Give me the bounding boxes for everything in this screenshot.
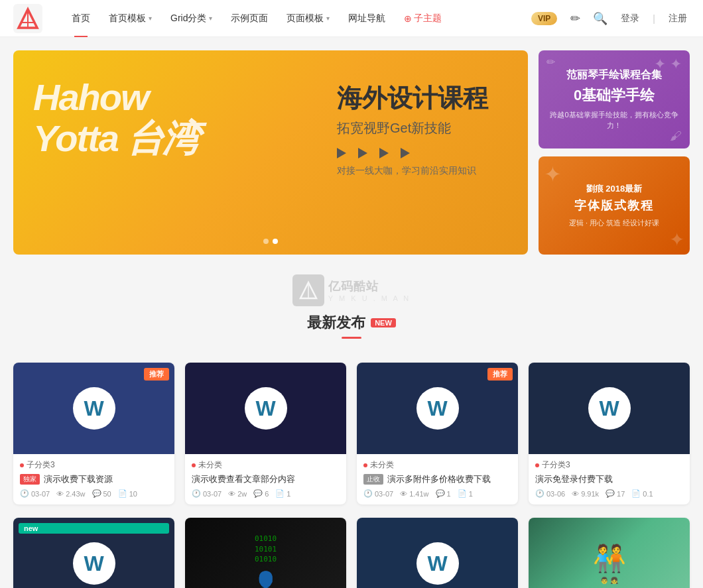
card-1-type-badge: 独家 <box>20 474 40 485</box>
banner-content: 海外设计课程 拓宽视野Get新技能 对接一线大咖，学习前沿实用知识 <box>337 84 488 177</box>
watermark-area: 亿码酷站 Y M K U . M A N <box>13 268 690 313</box>
nav-home[interactable]: 首页 <box>62 0 99 37</box>
section-title: 最新发布 <box>307 313 365 333</box>
card-1-meta: 🕐 03-07 👁 2.43w 💬 50 📄 10 <box>20 489 168 498</box>
file-icon: 📄 <box>118 489 127 498</box>
edit-icon[interactable]: ✏ <box>568 11 582 26</box>
comments-meta: 💬 50 <box>92 489 111 498</box>
banner-indicators <box>263 239 278 244</box>
card-4-category: 子分类3 <box>535 459 683 471</box>
bottom-card-2[interactable]: 010101010101010 👤 <box>185 518 346 588</box>
cat-dot <box>192 463 196 467</box>
play-button-4[interactable] <box>401 148 410 158</box>
date-meta: 🕐 03-07 <box>20 489 50 498</box>
files-meta: 📄 0.1 <box>631 489 653 498</box>
card-1-category: 子分类3 <box>20 459 168 471</box>
section-header: 最新发布 NEW <box>13 313 690 339</box>
card-3-title: 演示多附件多价格收费下载 <box>387 473 491 485</box>
cat-dot <box>20 463 24 467</box>
watermark: 亿码酷站 Y M K U . M A N <box>292 274 411 306</box>
wp-logo-b3: W <box>416 542 459 585</box>
card-1-title: 演示收费下载资源 <box>44 473 113 485</box>
banner-indicator-2[interactable] <box>273 239 278 244</box>
clock-icon: 🕐 <box>192 489 201 498</box>
login-button[interactable]: 登录 <box>618 13 642 25</box>
card-4-meta: 🕐 03-06 👁 9.91k 💬 17 📄 0.1 <box>535 489 683 498</box>
eye-icon: 👁 <box>572 490 579 498</box>
card-3-thumb: W 推荐 <box>357 363 518 454</box>
card-2[interactable]: W 未分类 演示收费查看文章部分内容 🕐 03-07 👁 <box>185 363 346 504</box>
bottom-card-3[interactable]: W <box>357 518 518 588</box>
comment-icon: 💬 <box>606 489 615 498</box>
watermark-logo <box>292 274 324 306</box>
nav-child-theme[interactable]: ⊕ 子主题 <box>395 0 451 37</box>
chevron-down-icon: ▾ <box>149 15 152 22</box>
card-3[interactable]: W 推荐 未分类 止收 演示多附件多价格收费下载 🕐 03-07 <box>357 363 518 504</box>
wp-logo-1: W <box>73 387 115 430</box>
banner-title: 海外设计课程 <box>337 84 488 114</box>
side-banner-1[interactable]: ✏ ✦ ✦ 范丽琴手绘课程合集 0基础学手绘 跨越0基础掌握手绘技能，拥有核心竞… <box>539 50 690 148</box>
watermark-text-group: 亿码酷站 Y M K U . M A N <box>328 278 411 302</box>
bottom-card-4[interactable]: 🧑‍🤝‍🧑 👨 👧 <box>529 518 690 588</box>
nav-divider: | <box>653 13 655 24</box>
views-meta: 👁 9.91k <box>572 490 599 498</box>
nav-site-nav[interactable]: 网址导航 <box>339 0 395 37</box>
banner-side: ✏ ✦ ✦ 范丽琴手绘课程合集 0基础学手绘 跨越0基础掌握手绘技能，拥有核心竞… <box>539 50 690 255</box>
card-2-info: 未分类 演示收费查看文章部分内容 🕐 03-07 👁 2w 💬 <box>185 454 346 504</box>
nav-grid-category[interactable]: Grid分类 ▾ <box>161 0 222 37</box>
card-4-title: 演示免登录付费下载 <box>535 473 613 485</box>
card-4[interactable]: W 子分类3 演示免登录付费下载 🕐 03-06 👁 <box>529 363 690 504</box>
logo[interactable] <box>13 4 42 33</box>
bottom-card-1-thumb: W new <box>13 518 174 588</box>
card-1[interactable]: W 推荐 子分类3 独家 演示收费下载资源 🕐 03-07 <box>13 363 174 504</box>
wp-logo-4: W <box>588 387 631 430</box>
comment-icon: 💬 <box>253 489 263 498</box>
card-2-category: 未分类 <box>192 459 340 471</box>
comments-meta: 💬 1 <box>436 489 451 498</box>
nav-homepage-template[interactable]: 首页模板 ▾ <box>99 0 161 37</box>
cat-dot <box>363 463 367 467</box>
section-underline <box>342 337 361 339</box>
vip-badge[interactable]: VIP <box>531 12 557 25</box>
register-button[interactable]: 注册 <box>666 13 690 25</box>
date-meta: 🕐 03-07 <box>363 489 393 498</box>
section-area: 亿码酷站 Y M K U . M A N 最新发布 NEW <box>13 268 690 349</box>
main-banner[interactable]: Hahow Yotta 台湾 海外设计课程 拓宽视野Get新技能 对接一线大咖，… <box>13 50 528 255</box>
wp-logo-3: W <box>416 387 459 430</box>
nav-page-template[interactable]: 页面模板 ▾ <box>277 0 339 37</box>
play-button-1[interactable] <box>337 148 346 158</box>
clock-icon: 🕐 <box>535 489 544 498</box>
card-2-title-row: 演示收费查看文章部分内容 <box>192 473 340 485</box>
section-title-row: 最新发布 NEW <box>307 313 396 333</box>
header: 首页 首页模板 ▾ Grid分类 ▾ 示例页面 页面模板 ▾ 网址导航 ⊕ 子主… <box>0 0 703 37</box>
search-icon[interactable]: 🔍 <box>593 11 607 26</box>
deco-paint: 🖌 <box>670 129 682 143</box>
card-3-type-badge: 止收 <box>363 474 383 485</box>
card-3-info: 未分类 止收 演示多附件多价格收费下载 🕐 03-07 👁 1.41w <box>357 454 518 504</box>
cards-row-1: W 推荐 子分类3 独家 演示收费下载资源 🕐 03-07 <box>13 363 690 504</box>
play-button-2[interactable] <box>358 148 367 158</box>
eye-icon: 👁 <box>56 490 64 498</box>
nav-example[interactable]: 示例页面 <box>222 0 277 37</box>
banner-indicator-1[interactable] <box>263 239 269 244</box>
bottom-card-4-thumb: 🧑‍🤝‍🧑 👨 👧 <box>529 518 690 588</box>
play-button-3[interactable] <box>379 148 389 158</box>
eye-icon: 👁 <box>400 490 407 498</box>
side-banner-1-text: 范丽琴手绘课程合集 0基础学手绘 跨越0基础掌握手绘技能，拥有核心竞争力！ <box>539 57 690 141</box>
file-icon: 📄 <box>275 489 285 498</box>
banner-area: Hahow Yotta 台湾 海外设计课程 拓宽视野Get新技能 对接一线大咖，… <box>13 50 690 255</box>
files-meta: 📄 1 <box>458 489 473 498</box>
chevron-down-icon: ▾ <box>326 15 330 22</box>
chevron-down-icon: ▾ <box>209 15 212 22</box>
date-meta: 🕐 03-07 <box>192 489 222 498</box>
card-4-title-row: 演示免登录付费下载 <box>535 473 683 485</box>
bottom-card-1[interactable]: W new <box>13 518 174 588</box>
card-3-meta: 🕐 03-07 👁 1.41w 💬 1 📄 1 <box>363 489 511 498</box>
card-3-title-row: 止收 演示多附件多价格收费下载 <box>363 473 511 485</box>
cat-dot <box>535 463 539 467</box>
side-banner-2[interactable]: ✦ 劉痕 2018最新 字体版式教程 逻辑 · 用心 筑造 经设计好课 ✦ <box>539 156 690 255</box>
bottom-card-3-thumb: W <box>357 518 518 588</box>
card-4-thumb: W <box>529 363 690 454</box>
views-meta: 👁 2w <box>228 490 247 498</box>
card-1-thumb: W 推荐 <box>13 363 174 454</box>
